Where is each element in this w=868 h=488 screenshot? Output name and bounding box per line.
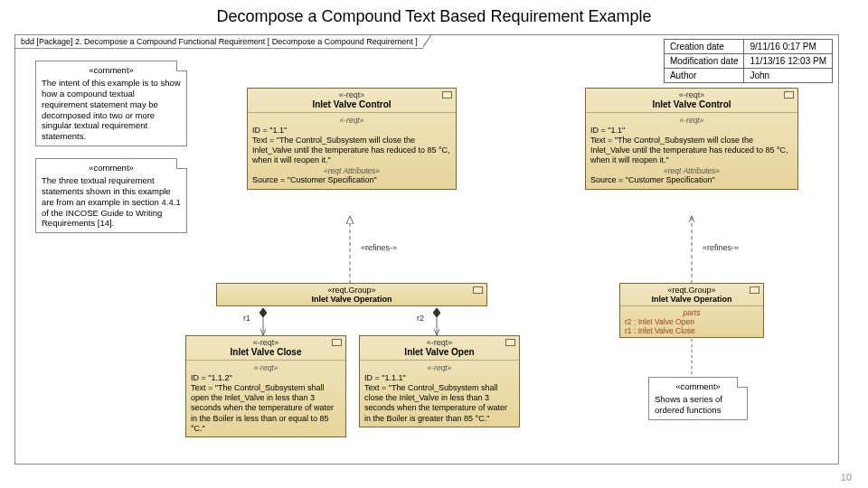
table-row: Creation date9/11/16 0:17 PM [664, 40, 832, 54]
table-row: Modification date11/13/16 12:03 PM [664, 54, 832, 69]
block-inlet-valve-operation-left: «reqt.Group» Inlet Valve Operation [216, 283, 487, 306]
table-row: AuthorJohn [664, 69, 832, 83]
frame-label: bdd [Package] 2. Decompose a Compound Fu… [14, 34, 423, 49]
comment-note-intent: «comment» The intent of this example is … [35, 61, 187, 146]
block-inlet-valve-control-left: «-reqt» Inlet Valve Control «-reqt» ID =… [247, 88, 457, 190]
block-inlet-valve-control-right: «-reqt» Inlet Valve Control «-reqt» ID =… [585, 88, 798, 190]
block-icon [473, 286, 483, 294]
block-inlet-valve-open: «-reqt» Inlet Valve Open «-reqt» ID = "1… [359, 335, 520, 427]
label-r1: r1 [243, 314, 250, 323]
comment-note-ordered: «comment» Shows a series of ordered func… [648, 377, 748, 420]
block-icon [442, 91, 452, 99]
label-r2: r2 [417, 314, 424, 323]
diagram-frame: bdd [Package] 2. Decompose a Compound Fu… [14, 34, 839, 465]
label-refines-right: «refines-» [703, 243, 739, 252]
metadata-table: Creation date9/11/16 0:17 PM Modificatio… [664, 39, 833, 83]
comment-note-source: «comment» The three textual requirement … [35, 158, 187, 233]
note-fold-icon [176, 61, 187, 71]
note-fold-icon [737, 377, 748, 388]
page-title: Decompose a Compound Text Based Requirem… [0, 0, 868, 32]
block-icon [750, 286, 760, 294]
label-refines-left: «refines-» [361, 243, 397, 252]
page-number: 10 [841, 472, 852, 483]
note-fold-icon [176, 158, 187, 169]
block-icon [332, 339, 342, 346]
block-inlet-valve-operation-right: «reqt.Group» Inlet Valve Operation parts… [619, 283, 764, 338]
block-inlet-valve-close: «-reqt» Inlet Valve Close «-reqt» ID = "… [185, 335, 346, 437]
block-icon [505, 339, 515, 346]
block-icon [784, 91, 794, 99]
